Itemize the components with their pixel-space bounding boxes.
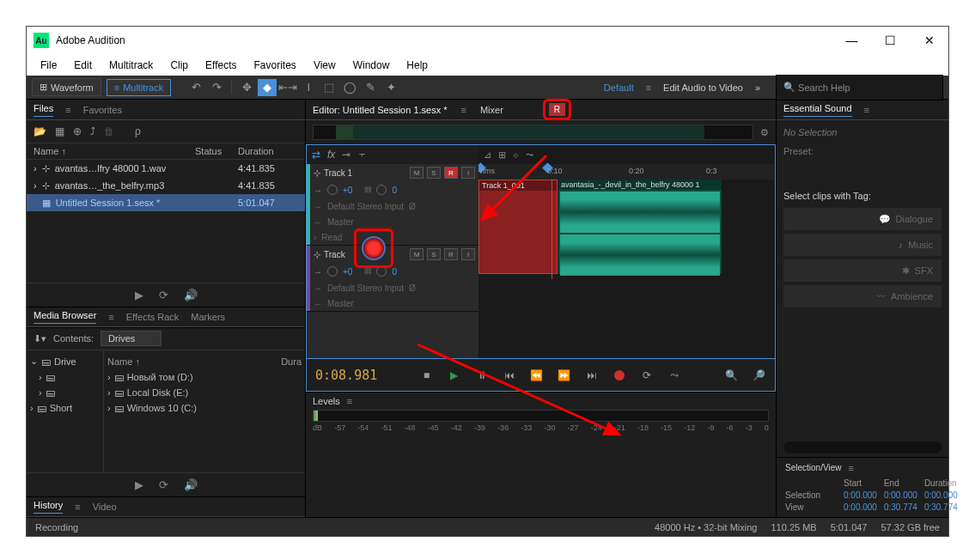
time-ruler[interactable]: hms 0:10 0:20 0:3 <box>478 164 775 180</box>
col-duration[interactable]: Duration <box>238 146 298 156</box>
open-file-icon[interactable]: 📂 <box>34 125 46 137</box>
ripple-icon[interactable]: ⤳ <box>526 149 533 161</box>
tool-lasso[interactable]: ◯ <box>340 79 359 96</box>
workspace-default[interactable]: Default <box>604 82 634 93</box>
selview-menu[interactable]: ≡ <box>848 463 853 473</box>
col-status[interactable]: Status <box>195 146 238 156</box>
tree-item[interactable]: ›🖴 <box>30 385 100 400</box>
timecode-display[interactable]: 0:08.981 <box>315 368 377 383</box>
mute-button[interactable]: M <box>410 248 424 260</box>
view-end[interactable]: 0:30.774 <box>884 502 917 512</box>
new-file-icon[interactable]: ▦ <box>55 125 64 137</box>
file-row[interactable]: ›⊹avantas…_the_belfry.mp3 4:41.835 <box>27 177 305 194</box>
loop-button[interactable]: ⟳ <box>639 368 655 383</box>
tree-item[interactable]: ⌄🖴Drive <box>30 354 100 369</box>
scrollbar[interactable] <box>783 441 941 453</box>
loop-icon[interactable]: ⟳ <box>159 478 168 491</box>
pan-knob[interactable] <box>376 185 387 195</box>
tool-marquee[interactable]: ⬚ <box>320 79 338 96</box>
tool-move[interactable]: ✥ <box>237 79 256 96</box>
history-menu[interactable]: ≡ <box>75 502 80 512</box>
tab-favorites[interactable]: Favorites <box>83 105 122 115</box>
mute-button[interactable]: M <box>410 167 424 179</box>
sel-start[interactable]: 0:00.000 <box>844 490 877 500</box>
waveform-mode-button[interactable]: ⊞ Waveform <box>32 78 101 96</box>
monitor-button[interactable]: I <box>461 248 475 260</box>
tool-brush[interactable]: ✎ <box>361 79 380 96</box>
drive-item[interactable]: ›🖴Windows 10 (C:) <box>107 400 302 416</box>
zoom-out-icon[interactable]: 🔎 <box>751 368 766 383</box>
settings-icon[interactable]: ⚙ <box>760 127 769 138</box>
stop-button[interactable]: ■ <box>419 368 435 383</box>
track-output[interactable]: Master <box>327 217 354 227</box>
contents-dropdown[interactable]: Drives <box>101 331 161 346</box>
minimize-button[interactable]: — <box>832 27 871 54</box>
workspace-edit-audio[interactable]: Edit Audio to Video <box>663 82 743 93</box>
track-name[interactable]: Track 1 <box>324 168 406 178</box>
menu-view[interactable]: View <box>307 57 343 74</box>
sel-dur[interactable]: 0:00.000 <box>924 490 958 500</box>
loop-icon[interactable]: ⇄ <box>312 149 320 161</box>
editor-menu[interactable]: ≡ <box>461 105 466 115</box>
tree-item[interactable]: ›🖴Short <box>30 400 100 416</box>
tag-music[interactable]: ♪Music <box>783 234 941 256</box>
volume-knob[interactable] <box>327 266 338 277</box>
eq-icon[interactable]: ⫟ <box>357 149 368 161</box>
arm-record-button[interactable]: R <box>444 167 458 179</box>
mediabrowser-menu[interactable]: ≡ <box>108 312 113 322</box>
tag-sfx[interactable]: ✱SFX <box>783 259 941 282</box>
menu-file[interactable]: File <box>34 57 64 74</box>
menu-help[interactable]: Help <box>399 57 435 74</box>
tab-mixer[interactable]: Mixer <box>480 105 503 115</box>
drive-item[interactable]: ›🖴Local Disk (E:) <box>107 385 302 400</box>
maximize-button[interactable]: ☐ <box>871 27 910 54</box>
track-input[interactable]: Default Stereo Input <box>327 283 404 293</box>
zoom-in-icon[interactable]: 🔍 <box>723 368 739 383</box>
timeline[interactable]: ⊿ ⊞ ⟐ ⤳ hms 0:10 0:20 0:3 <box>478 145 775 358</box>
export-icon[interactable]: ⤴ <box>90 125 95 137</box>
tab-history[interactable]: History <box>34 500 63 514</box>
tab-markers[interactable]: Markers <box>191 312 225 322</box>
menu-clip[interactable]: Clip <box>163 57 195 74</box>
solo-button[interactable]: S <box>427 248 441 260</box>
record-arm-indicator[interactable]: R <box>549 103 565 116</box>
track-read[interactable]: Read <box>321 233 342 242</box>
levels-menu[interactable]: ≡ <box>347 396 352 406</box>
tag-dialogue[interactable]: 💬Dialogue <box>783 208 941 230</box>
playhead[interactable] <box>551 180 552 279</box>
play-icon[interactable]: ▶ <box>135 289 143 301</box>
loop-icon[interactable]: ⟳ <box>159 289 168 301</box>
import-icon[interactable]: ⊕ <box>73 125 82 137</box>
skip-forward-button[interactable]: ⏭ <box>584 368 600 383</box>
menu-effects[interactable]: Effects <box>198 57 243 74</box>
menu-multitrack[interactable]: Multitrack <box>102 57 160 74</box>
tab-essential-sound[interactable]: Essential Sound <box>783 103 852 117</box>
clips-area[interactable]: Track 1_001 avantasia_-_devil_in_the_bel… <box>478 180 775 279</box>
fx-icon[interactable]: fx <box>327 149 335 161</box>
tab-media-browser[interactable]: Media Browser <box>34 310 96 324</box>
tab-editor[interactable]: Editor: Untitled Session 1.sesx * <box>313 105 448 115</box>
col-name[interactable]: Name ↑ <box>107 356 140 367</box>
autoplay-icon[interactable]: 🔊 <box>184 478 198 491</box>
menu-window[interactable]: Window <box>346 57 397 74</box>
view-dur[interactable]: 0:30.774 <box>924 502 958 512</box>
filter-icon[interactable]: ρ <box>135 125 141 137</box>
rewind-button[interactable]: ⏪ <box>529 368 545 383</box>
volume-knob[interactable] <box>327 185 338 195</box>
drive-item[interactable]: ›🖴Новый том (D:) <box>107 369 302 385</box>
tool-undo[interactable]: ↶ <box>186 79 205 96</box>
multitrack-mode-button[interactable]: ≡ Multitrack <box>107 79 171 96</box>
pause-button[interactable]: ⏸ <box>474 368 490 383</box>
menu-edit[interactable]: Edit <box>67 57 99 74</box>
record-button[interactable] <box>612 368 627 383</box>
track-output[interactable]: Master <box>327 299 354 308</box>
overview-navigator[interactable] <box>313 125 753 140</box>
tool-heal[interactable]: ✦ <box>381 79 400 96</box>
skip-back-button[interactable]: ⏮ <box>502 368 517 383</box>
audio-clip[interactable]: avantasia_-_devil_in_the_belfry 48000 1 <box>558 180 722 274</box>
tool-redo[interactable]: ↷ <box>207 79 226 96</box>
snap-icon[interactable]: ⊿ <box>484 149 491 161</box>
tab-video[interactable]: Video <box>93 502 117 512</box>
tab-effects-rack[interactable]: Effects Rack <box>126 312 180 322</box>
play-button[interactable]: ▶ <box>447 368 462 383</box>
